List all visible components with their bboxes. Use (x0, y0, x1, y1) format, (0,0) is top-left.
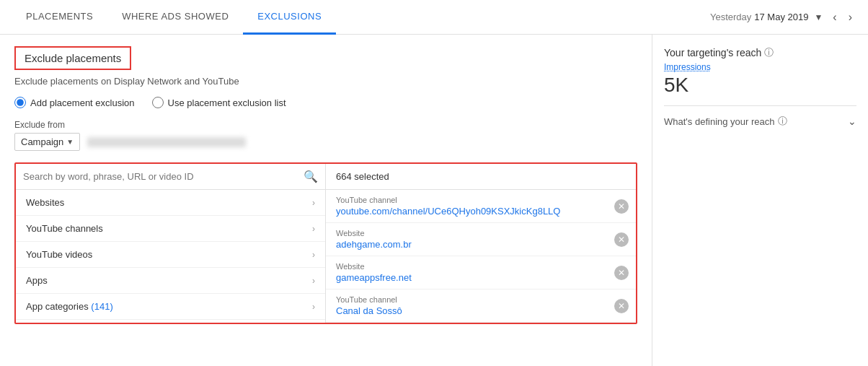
category-youtube-channels-label: YouTube channels (26, 223, 103, 234)
left-content: Exclude placements Exclude placements on… (0, 35, 652, 366)
radio-add-exclusion-label: Add placement exclusion (30, 97, 135, 108)
main-layout: Exclude placements Exclude placements on… (0, 35, 868, 366)
placement-category-list: Websites › YouTube channels › YouTube vi… (16, 190, 325, 320)
radio-group: Add placement exclusion Use placement ex… (14, 97, 637, 108)
item-value: adehgame.com.br (336, 239, 610, 250)
tab-exclusions[interactable]: EXCLUSIONS (243, 0, 336, 35)
right-sidebar: Your targeting's reach ⓘ Impressions 5K … (652, 35, 868, 366)
defining-reach-row: What's defining your reach ⓘ ⌄ (664, 105, 856, 128)
radio-use-list-input[interactable] (152, 97, 164, 108)
item-value: gameappsfree.net (336, 272, 610, 283)
category-apps[interactable]: Apps › (16, 268, 325, 294)
search-input[interactable] (23, 171, 299, 182)
campaign-dropdown-arrow: ▼ (66, 138, 74, 146)
impressions-label[interactable]: Impressions (664, 62, 856, 72)
selected-panel: 664 selected YouTube channel youtube.com… (326, 164, 636, 323)
item-value: Canal da Sossô (336, 305, 610, 316)
category-app-categories[interactable]: App categories (141) › (16, 294, 325, 320)
category-apps-label: Apps (26, 275, 48, 286)
category-app-categories-label: App categories (141) (26, 301, 113, 312)
exclude-placements-subtitle: Exclude placements on Display Network an… (14, 76, 637, 87)
bottom-panel: 🔍 Websites › YouTube channels › YouTube … (14, 162, 637, 324)
exclude-from-label: Exclude from (14, 120, 637, 130)
date-dropdown-arrow[interactable]: ▼ (811, 11, 825, 24)
radio-use-list[interactable]: Use placement exclusion list (152, 97, 286, 108)
app-categories-badge: (141) (91, 301, 112, 312)
defining-reach-text: What's defining your reach ⓘ (664, 115, 787, 128)
campaign-dropdown-label: Campaign (21, 136, 63, 147)
tab-placements[interactable]: PLACEMENTS (12, 0, 107, 35)
blurred-campaign-name (87, 137, 246, 147)
date-prefix: Yesterday (710, 12, 751, 22)
item-value: youtube.com/channel/UCe6QHyoh09KSXJkicKg… (336, 206, 610, 217)
radio-use-list-label: Use placement exclusion list (168, 97, 286, 108)
category-youtube-videos[interactable]: YouTube videos › (16, 242, 325, 268)
defining-reach-help-icon[interactable]: ⓘ (778, 115, 787, 128)
category-youtube-videos-chevron: › (312, 250, 315, 260)
remove-item-button[interactable]: ✕ (614, 299, 629, 313)
item-type: Website (336, 262, 610, 271)
item-type: Website (336, 229, 610, 238)
item-type: YouTube channel (336, 295, 610, 304)
selected-item: Website adehgame.com.br ✕ (326, 223, 636, 256)
category-app-categories-chevron: › (312, 302, 315, 312)
selected-item: Website gameappsfree.net ✕ (326, 256, 636, 289)
exclude-placements-header: Exclude placements (14, 46, 131, 70)
date-prev-button[interactable]: ‹ (828, 8, 841, 27)
category-websites[interactable]: Websites › (16, 190, 325, 216)
category-websites-chevron: › (312, 198, 315, 208)
impressions-value: 5K (664, 74, 856, 97)
search-icon: 🔍 (304, 170, 318, 183)
category-websites-label: Websites (26, 197, 64, 208)
search-box: 🔍 (16, 164, 325, 190)
radio-add-exclusion-input[interactable] (14, 97, 26, 108)
defining-reach-chevron[interactable]: ⌄ (848, 116, 856, 127)
category-youtube-channels[interactable]: YouTube channels › (16, 216, 325, 242)
remove-item-button[interactable]: ✕ (614, 266, 629, 280)
selected-items-list: YouTube channel youtube.com/channel/UCe6… (326, 190, 636, 323)
exclude-from-row: Campaign ▼ (14, 133, 637, 151)
date-navigator: Yesterday 17 May 2019 ▼ ‹ › (710, 8, 856, 27)
tab-where-ads-showed[interactable]: WHERE ADS SHOWED (107, 0, 243, 35)
selected-item: YouTube channel Canal da Sossô ✕ (326, 289, 636, 323)
category-youtube-videos-label: YouTube videos (26, 249, 92, 260)
remove-item-button[interactable]: ✕ (614, 232, 629, 247)
remove-item-button[interactable]: ✕ (614, 199, 629, 214)
item-type: YouTube channel (336, 196, 610, 204)
top-tab-bar: PLACEMENTS WHERE ADS SHOWED EXCLUSIONS Y… (0, 0, 868, 35)
date-value: 17 May 2019 (754, 12, 808, 22)
selected-count: 664 selected (326, 164, 636, 190)
radio-add-exclusion[interactable]: Add placement exclusion (14, 97, 135, 108)
date-next-button[interactable]: › (844, 8, 856, 27)
category-youtube-channels-chevron: › (312, 224, 315, 234)
category-apps-chevron: › (312, 276, 315, 286)
sidebar-title: Your targeting's reach ⓘ (664, 46, 856, 59)
selected-item: YouTube channel youtube.com/channel/UCe6… (326, 190, 636, 223)
targeting-reach-help-icon[interactable]: ⓘ (764, 46, 774, 59)
campaign-dropdown[interactable]: Campaign ▼ (14, 133, 80, 151)
search-panel: 🔍 Websites › YouTube channels › YouTube … (16, 164, 326, 323)
